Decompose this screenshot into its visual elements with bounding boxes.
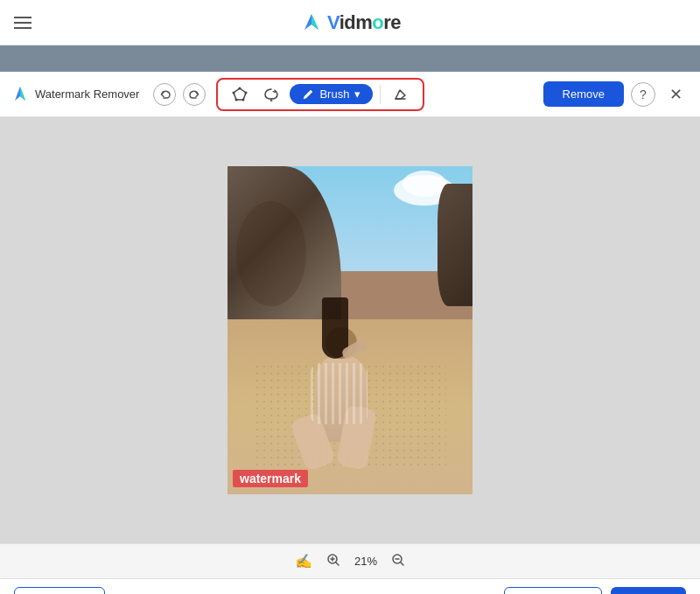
selection-tools-group: Brush ▾ bbox=[216, 78, 424, 111]
title-bar: Vidmore bbox=[0, 0, 700, 45]
main-image: watermark bbox=[228, 166, 472, 494]
zoom-out-icon[interactable] bbox=[391, 553, 405, 570]
toolbar-brand-label: Watermark Remover bbox=[35, 87, 139, 101]
hand-tool-icon[interactable]: ✍ bbox=[295, 553, 312, 570]
crop-save-button[interactable]: Crop & Save bbox=[504, 587, 602, 594]
svg-line-17 bbox=[401, 563, 403, 565]
brush-label: Brush bbox=[319, 87, 349, 101]
svg-point-2 bbox=[245, 91, 248, 94]
menu-icon[interactable] bbox=[14, 17, 32, 29]
undo-button[interactable] bbox=[153, 83, 176, 106]
watermark-remover-brand: Watermark Remover bbox=[10, 85, 139, 104]
gray-separator bbox=[0, 45, 700, 72]
zoom-in-icon[interactable] bbox=[326, 553, 340, 570]
help-button[interactable]: ? bbox=[631, 82, 655, 107]
help-icon: ? bbox=[640, 87, 647, 101]
svg-point-1 bbox=[239, 87, 242, 89]
polygon-tool-button[interactable] bbox=[227, 83, 253, 106]
remove-button[interactable]: Remove bbox=[543, 81, 624, 107]
redo-button[interactable] bbox=[183, 83, 206, 106]
svg-point-5 bbox=[233, 91, 235, 94]
zoom-level: 21% bbox=[354, 555, 377, 568]
canvas-area[interactable]: watermark bbox=[0, 117, 700, 543]
close-button[interactable]: ✕ bbox=[662, 81, 690, 108]
svg-line-14 bbox=[336, 563, 339, 565]
footer-right-actions: Crop & Save Save bbox=[504, 587, 686, 594]
new-image-button[interactable]: New Image bbox=[14, 587, 105, 594]
svg-marker-0 bbox=[234, 88, 246, 100]
app-title: Vidmore bbox=[327, 11, 401, 34]
app-logo: Vidmore bbox=[299, 10, 401, 35]
brush-tool-button[interactable]: Brush ▾ bbox=[290, 84, 373, 104]
footer-bar: New Image Crop & Save Save bbox=[0, 578, 700, 594]
tool-divider bbox=[380, 85, 381, 104]
status-bar: ✍ 21% bbox=[0, 543, 700, 578]
eraser-tool-button[interactable] bbox=[388, 83, 414, 106]
brush-dropdown-icon: ▾ bbox=[354, 87, 360, 101]
watermark-badge: watermark bbox=[233, 470, 308, 487]
lasso-tool-button[interactable] bbox=[258, 83, 284, 106]
toolbar: Watermark Remover bbox=[0, 72, 700, 117]
svg-point-4 bbox=[235, 98, 238, 101]
vidmore-logo-icon bbox=[299, 10, 324, 35]
watermark-remover-icon bbox=[10, 85, 30, 104]
image-container: watermark bbox=[228, 166, 472, 494]
save-button[interactable]: Save bbox=[611, 587, 686, 594]
svg-point-3 bbox=[242, 98, 245, 101]
